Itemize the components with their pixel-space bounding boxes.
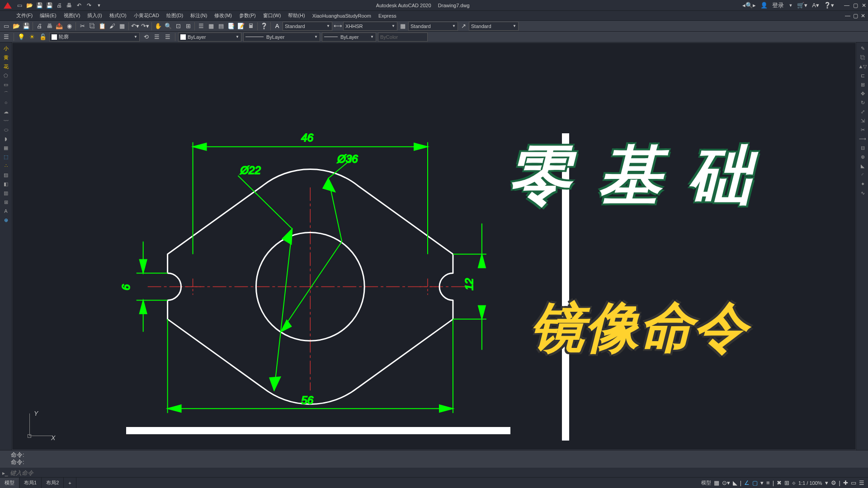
cut-icon[interactable]: ✂ [78,22,87,31]
linetype-dropdown[interactable]: ByLayer▼ [243,33,320,42]
new-file-icon[interactable]: ▭ [2,22,11,31]
favorite-icon[interactable]: A▾ [812,2,819,9]
blend-icon[interactable]: ∿ [858,189,868,197]
lwt-icon[interactable]: ≡ [766,479,770,486]
table-icon[interactable]: ⊞ [1,198,11,206]
mirror-icon[interactable]: ▲▽ [858,62,868,70]
status-scale[interactable]: 1:1 / 100% [798,480,822,486]
menu-xhh[interactable]: 小黄花CAD [131,11,162,20]
preview-icon[interactable]: 🖶 [45,22,54,31]
dcenter-icon[interactable]: ▦ [207,22,216,31]
status-model[interactable]: 模型 [701,479,711,486]
transparency-icon[interactable]: ✖ [777,479,782,486]
color-dropdown[interactable]: ByLayer▼ [178,33,241,42]
doc-minimize-icon[interactable]: — [845,13,850,19]
save-icon[interactable]: 💾 [35,1,43,9]
print-icon[interactable]: 🖨 [35,22,44,31]
block-icon[interactable]: ⬚ [1,153,11,161]
save-file-icon[interactable]: 💾 [22,22,31,31]
layerprops-icon[interactable]: ☰ [2,33,11,42]
menu-modify[interactable]: 修改(M) [212,11,235,20]
menu-express[interactable]: Express [376,12,399,19]
menu-edit[interactable]: 编辑(E) [37,11,59,20]
scale-icon[interactable]: ⤢ [858,108,868,116]
break-icon[interactable]: ⊟ [858,144,868,152]
tab-model[interactable]: 模型 [0,478,19,488]
tab-layout2[interactable]: 布局2 [42,478,64,488]
markup-icon[interactable]: 📝 [236,22,245,31]
hatch-icon[interactable]: ▨ [1,171,11,179]
revcloud-icon[interactable]: ☁ [1,108,11,116]
doc-close-icon[interactable]: ✕ [861,13,865,19]
plot-icon[interactable]: 🖨 [55,1,63,9]
sc-icon[interactable]: ⊞ [784,479,789,486]
qat-dropdown-icon[interactable]: ▼ [95,1,103,9]
arc-icon[interactable]: ⌒ [1,89,11,98]
zoom-extents-icon[interactable]: ⊞ [184,22,193,31]
close-icon[interactable]: ✕ [862,2,866,9]
spline-icon[interactable]: 〰 [1,117,11,125]
point-icon[interactable]: ∴ [1,162,11,170]
undo-icon[interactable]: ↶▾ [131,22,140,31]
block-icon[interactable]: ▦ [118,22,127,31]
circle-icon[interactable]: ○ [1,99,11,107]
match-icon[interactable]: 🖌 [108,22,117,31]
paste-icon[interactable]: 📋 [98,22,107,31]
polygon-icon[interactable]: ⬠ [1,71,11,80]
menu-window[interactable]: 窗口(W) [260,11,284,20]
menu-view[interactable]: 视图(V) [61,11,83,20]
offset-icon[interactable]: ⊏ [858,71,868,80]
app-logo-icon[interactable] [2,1,14,10]
layer-dropdown[interactable]: 轮廓▼ [49,33,140,42]
chamfer-icon[interactable]: ◣ [858,162,868,170]
gear-icon[interactable]: ⚙ [831,479,836,486]
doc-maximize-icon[interactable]: ▢ [853,13,858,19]
menu-file[interactable]: 文件(F) [14,11,35,20]
erase-icon[interactable]: ✎ [858,44,868,52]
isoplane-icon[interactable]: ▾ [760,479,764,486]
drawing-canvas[interactable]: 46 56 Ø36 Ø22 [12,42,856,450]
menu-insert[interactable]: 插入(I) [85,11,104,20]
ortho-icon[interactable]: ◣ [733,479,737,486]
table-style-btn-icon[interactable]: ▦ [398,22,407,31]
login-label[interactable]: 登录 [772,1,784,9]
text-style-btn-icon[interactable]: A [273,22,282,31]
layer-freeze-icon[interactable]: ☀ [28,33,37,42]
addsel-icon[interactable]: ⊕ [1,216,11,224]
dim-style-dropdown[interactable]: XHHSR▼ [343,22,397,31]
new-icon[interactable]: ▭ [15,1,24,9]
user-icon[interactable]: 👤 [760,2,768,9]
help-icon[interactable]: ❔▾ [824,2,834,9]
fillet-icon[interactable]: ◜ [858,171,868,179]
region-icon[interactable]: ▥ [1,189,11,197]
dyn-icon[interactable]: ⟐ [792,479,796,486]
layer-filter-icon[interactable]: ☰ [163,33,172,42]
copy-icon[interactable]: ⿻ [858,53,868,61]
join-icon[interactable]: ⊕ [858,153,868,161]
open-icon[interactable]: 📂 [25,1,33,9]
array-icon[interactable]: ⊞ [858,80,868,89]
trim-icon[interactable]: ✂ [858,126,868,134]
qcalc-icon[interactable]: 🖩 [246,22,255,31]
tab-layout1[interactable]: 布局1 [19,478,42,488]
sheetset-icon[interactable]: 📑 [226,22,236,31]
zoom-icon[interactable]: 🔍 [164,22,173,31]
scale-dropdown-icon[interactable]: ▾ [825,479,828,486]
toolpalette-icon[interactable]: ▤ [217,22,226,31]
grid-icon[interactable]: ▦ [714,479,719,486]
saveas-icon[interactable]: 💾 [45,1,53,9]
lineweight-dropdown[interactable]: ByLayer▼ [322,33,376,42]
copy-icon[interactable]: ⿻ [88,22,97,31]
explode-icon[interactable]: ✦ [858,180,868,188]
redo-icon[interactable]: ↷ [85,1,93,9]
cart-icon[interactable]: 🛒▾ [797,2,807,9]
mleader-style-btn-icon[interactable]: ↗ [459,22,468,31]
menu-format[interactable]: 格式(O) [107,11,129,20]
zoom-window-icon[interactable]: ⊡ [174,22,183,31]
dropdown-icon[interactable]: ▼ [788,3,793,8]
layer-state-icon[interactable]: ☰ [152,33,161,42]
extend-icon[interactable]: ⟶ [858,135,868,143]
maximize-icon[interactable]: ▢ [853,2,858,9]
plus-icon[interactable]: ✚ [843,479,848,486]
3ddwf-icon[interactable]: ◉ [65,22,74,31]
